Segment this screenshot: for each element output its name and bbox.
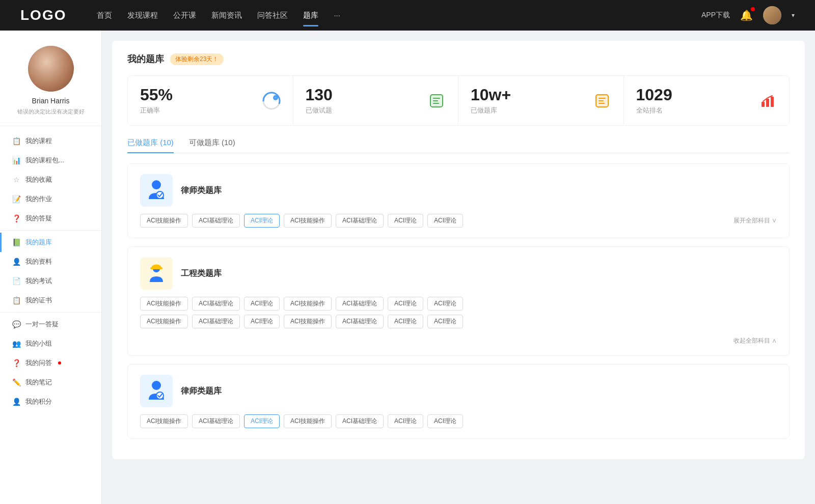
nav-item-news[interactable]: 新闻资讯	[211, 9, 242, 22]
qa-unread-dot	[58, 361, 61, 365]
sidebar-item-homework[interactable]: 📝 我的作业	[0, 189, 101, 209]
sidebar-label-my-data: 我的资料	[25, 257, 52, 266]
questions-value: 130	[306, 86, 422, 104]
content-card: 我的题库 体验剩余23天！ 55% 正确率 →	[112, 41, 805, 459]
ranking-value: 1029	[636, 86, 753, 104]
sidebar-label-exam: 我的考试	[25, 276, 52, 286]
navbar-right: APP下载 🔔 ▾	[701, 6, 795, 24]
tag-1-6[interactable]: ACI理论	[427, 214, 463, 228]
avatar-chevron-icon[interactable]: ▾	[792, 12, 795, 19]
tag-2-1-2[interactable]: ACI理论	[244, 315, 280, 328]
svg-rect-16	[771, 97, 774, 107]
tag-2-1-4[interactable]: ACI基础理论	[336, 315, 384, 328]
tag-2-1-3[interactable]: ACI技能操作	[284, 315, 332, 328]
sidebar-item-qa-ask[interactable]: ❓ 我的答疑	[0, 209, 101, 228]
tag-2-0-0[interactable]: ACI技能操作	[140, 297, 188, 311]
my-qa-icon: ❓	[12, 359, 20, 367]
sidebar-item-notes[interactable]: ✏️ 我的笔记	[0, 373, 101, 392]
nav-item-qa[interactable]: 问答社区	[257, 9, 288, 22]
nav-item-discover[interactable]: 发现课程	[127, 9, 158, 22]
sidebar-profile: Brian Harris 错误的决定比没有决定要好	[0, 46, 101, 126]
sidebar-label-group: 我的小组	[25, 339, 52, 348]
tag-2-0-3[interactable]: ACI技能操作	[284, 297, 332, 311]
svg-rect-14	[762, 102, 765, 107]
qbank-title-2: 工程类题库	[181, 268, 222, 279]
sidebar-menu: 📋 我的课程 📊 我的课程包... ☆ 我的收藏 📝 我的作业 ❓ 我的答疑 �	[0, 126, 101, 416]
sidebar-item-qbank[interactable]: 📗 我的题库	[0, 233, 101, 252]
sidebar-item-certificate[interactable]: 📋 我的证书	[0, 291, 101, 310]
banks-value: 10w+	[471, 86, 587, 104]
tag-2-1-1[interactable]: ACI基础理论	[192, 315, 240, 328]
sidebar-item-my-course[interactable]: 📋 我的课程	[0, 131, 101, 151]
nav-item-open[interactable]: 公开课	[173, 9, 196, 22]
tag-1-0[interactable]: ACI技能操作	[140, 214, 188, 228]
tag-2-0-2[interactable]: ACI理论	[244, 297, 280, 311]
profile-motto: 错误的决定比没有决定要好	[10, 108, 91, 116]
qbank-item-lawyer-2: 律师类题库 ACI技能操作 ACI基础理论 ACI理论 ACI技能操作 ACI基…	[127, 364, 790, 439]
ranking-label: 全站排名	[636, 106, 753, 115]
collapse-link[interactable]: 收起全部科目 ∧	[140, 337, 777, 345]
tag-2-0-5[interactable]: ACI理论	[388, 297, 423, 311]
sidebar-item-tutoring[interactable]: 💬 一对一答疑	[0, 315, 101, 334]
tags-row-2-1: ACI技能操作 ACI基础理论 ACI理论 ACI技能操作 ACI基础理论 AC…	[140, 315, 777, 328]
tag-3-3[interactable]: ACI技能操作	[284, 414, 332, 428]
sidebar-item-points[interactable]: 👤 我的积分	[0, 392, 101, 411]
tag-3-6[interactable]: ACI理论	[427, 414, 463, 428]
tag-2-1-6[interactable]: ACI理论	[427, 315, 463, 328]
tag-1-2[interactable]: ACI理论	[244, 214, 280, 228]
svg-rect-15	[766, 99, 769, 107]
sidebar-item-my-qa[interactable]: ❓ 我的问答	[0, 353, 101, 373]
tag-1-1[interactable]: ACI基础理论	[192, 214, 240, 228]
navbar-logo[interactable]: LOGO	[20, 7, 66, 23]
stat-ranking: 1029 全站排名	[624, 76, 790, 125]
tab-available[interactable]: 可做题库 (10)	[189, 138, 235, 153]
app-download-button[interactable]: APP下载	[701, 11, 730, 20]
sidebar-item-group[interactable]: 👥 我的小组	[0, 334, 101, 353]
sidebar-item-my-data[interactable]: 👤 我的资料	[0, 252, 101, 271]
sidebar-label-tutoring: 一对一答疑	[25, 320, 59, 329]
expand-link-1[interactable]: 展开全部科目 ∨	[734, 216, 777, 225]
banks-label: 已做题库	[471, 106, 587, 115]
qbank-icon-engineer	[140, 257, 173, 290]
qbank-header-3: 律师类题库	[140, 375, 777, 407]
tag-2-0-4[interactable]: ACI基础理论	[336, 297, 384, 311]
nav-item-more[interactable]: ···	[334, 9, 340, 22]
notification-bell[interactable]: 🔔	[740, 9, 753, 21]
tag-2-1-5[interactable]: ACI理论	[388, 315, 423, 328]
sidebar-item-exam[interactable]: 📄 我的考试	[0, 271, 101, 291]
tag-2-1-0[interactable]: ACI技能操作	[140, 315, 188, 328]
tab-done[interactable]: 已做题库 (10)	[127, 138, 174, 153]
stat-questions-done: 130 已做试题	[293, 76, 459, 125]
profile-avatar	[28, 46, 74, 92]
tag-2-0-6[interactable]: ACI理论	[427, 297, 463, 311]
svg-rect-12	[599, 100, 604, 101]
tag-1-4[interactable]: ACI基础理论	[336, 214, 384, 228]
trial-badge: 体验剩余23天！	[170, 53, 224, 65]
avatar-inner	[28, 46, 74, 92]
tag-3-5[interactable]: ACI理论	[388, 414, 423, 428]
main-content: 我的题库 体验剩余23天！ 55% 正确率 →	[102, 31, 815, 504]
tag-3-4[interactable]: ACI基础理论	[336, 414, 384, 428]
qbank-icon-lawyer-1	[140, 174, 173, 207]
tags-row-1: ACI技能操作 ACI基础理论 ACI理论 ACI技能操作 ACI基础理论 AC…	[140, 214, 729, 228]
nav-item-home[interactable]: 首页	[97, 9, 112, 22]
tag-2-0-1[interactable]: ACI基础理论	[192, 297, 240, 311]
tag-1-3[interactable]: ACI技能操作	[284, 214, 332, 228]
sidebar: Brian Harris 错误的决定比没有决定要好 📋 我的课程 📊 我的课程包…	[0, 31, 102, 504]
navbar-menu: 首页 发现课程 公开课 新闻资讯 问答社区 题库 ···	[97, 9, 701, 22]
stat-accuracy: 55% 正确率 →	[128, 76, 293, 125]
user-avatar[interactable]	[763, 6, 781, 24]
tag-3-2[interactable]: ACI理论	[244, 414, 280, 428]
nav-item-qbank[interactable]: 题库	[303, 9, 318, 22]
tag-3-1[interactable]: ACI基础理论	[192, 414, 240, 428]
tabs: 已做题库 (10) 可做题库 (10)	[127, 138, 790, 153]
accuracy-value: 55%	[140, 86, 256, 104]
sidebar-label-favorites: 我的收藏	[25, 175, 52, 184]
course-package-icon: 📊	[12, 156, 20, 164]
tag-1-5[interactable]: ACI理论	[388, 214, 423, 228]
page-layout: Brian Harris 错误的决定比没有决定要好 📋 我的课程 📊 我的课程包…	[0, 31, 815, 504]
sidebar-item-course-package[interactable]: 📊 我的课程包...	[0, 151, 101, 170]
sidebar-item-favorites[interactable]: ☆ 我的收藏	[0, 170, 101, 189]
sidebar-label-points: 我的积分	[25, 397, 52, 406]
tag-3-0[interactable]: ACI技能操作	[140, 414, 188, 428]
